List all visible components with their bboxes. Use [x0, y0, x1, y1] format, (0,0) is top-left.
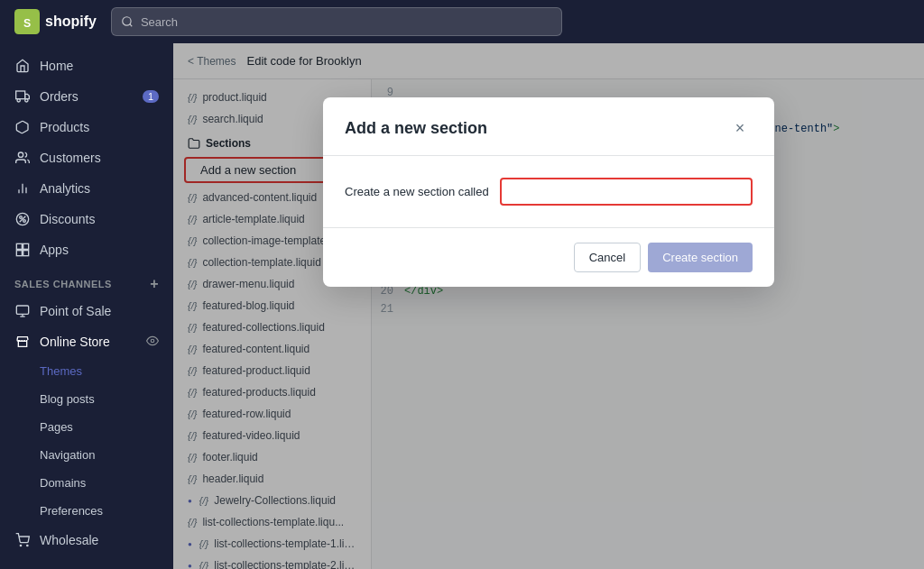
modal-form-label: Create a new section called: [345, 185, 489, 198]
svg-rect-15: [23, 243, 29, 249]
sidebar-sub-domains[interactable]: Domains: [0, 469, 173, 497]
sidebar-item-analytics[interactable]: Analytics: [0, 173, 173, 204]
pos-icon: [14, 303, 31, 319]
sidebar-item-label: Preferences: [40, 504, 103, 518]
sidebar-item-pos[interactable]: Point of Sale: [0, 296, 173, 326]
sidebar-item-wholesale[interactable]: Wholesale: [0, 525, 173, 555]
sidebar-item-label: Wholesale: [40, 533, 98, 547]
sidebar-item-customers[interactable]: Customers: [0, 142, 173, 173]
modal-header: Add a new section ×: [323, 97, 774, 156]
search-bar[interactable]: Search: [111, 7, 562, 36]
orders-icon: [14, 88, 31, 105]
sidebar-item-label: Domains: [40, 476, 86, 490]
cancel-button[interactable]: Cancel: [574, 243, 641, 272]
svg-point-7: [18, 152, 23, 157]
svg-rect-4: [16, 91, 25, 99]
modal-overlay: Add a new section × Create a new section…: [173, 43, 924, 569]
content-area: < Themes Edit code for Brooklyn {/} prod…: [173, 43, 924, 569]
sidebar-sub-pages[interactable]: Pages: [0, 413, 173, 441]
sidebar-item-label: Products: [40, 120, 89, 134]
svg-line-13: [20, 216, 26, 223]
sidebar-item-label: Themes: [40, 364, 82, 378]
search-icon: [121, 15, 134, 28]
create-section-button[interactable]: Create section: [648, 243, 753, 272]
sidebar-sub-blog-posts[interactable]: Blog posts: [0, 385, 173, 413]
analytics-icon: [14, 180, 31, 197]
sales-channels-header: SALES CHANNELS +: [0, 265, 173, 296]
sidebar-item-label: Point of Sale: [40, 304, 111, 318]
modal-close-button[interactable]: ×: [727, 115, 753, 141]
sidebar: Home Orders 1 Products Customers: [0, 43, 173, 569]
sidebar-item-discounts[interactable]: Discounts: [0, 204, 173, 234]
home-icon: [14, 58, 31, 74]
sidebar-item-label: Online Store: [40, 335, 110, 349]
sidebar-item-label: Blog posts: [40, 392, 95, 406]
svg-rect-14: [16, 243, 22, 249]
svg-rect-17: [23, 251, 29, 256]
svg-point-12: [23, 220, 26, 223]
sidebar-item-label: Home: [40, 59, 73, 73]
section-name-input[interactable]: [500, 178, 753, 206]
sidebar-item-label: Customers: [40, 151, 101, 165]
modal-form-row: Create a new section called: [345, 178, 753, 206]
orders-badge: 1: [143, 90, 159, 103]
svg-point-21: [151, 339, 154, 343]
eye-icon[interactable]: [146, 335, 159, 350]
modal-title: Add a new section: [345, 119, 487, 138]
shopify-icon: S: [14, 9, 40, 34]
discounts-icon: [14, 211, 31, 227]
svg-point-11: [20, 216, 23, 219]
sidebar-sub-themes[interactable]: Themes: [0, 357, 173, 385]
sidebar-item-products[interactable]: Products: [0, 112, 173, 142]
shopify-logo: S shopify: [14, 9, 97, 34]
sidebar-item-label: Discounts: [40, 212, 95, 226]
sidebar-item-label: Navigation: [40, 448, 95, 462]
customers-icon: [14, 150, 31, 166]
wholesale-icon: [14, 532, 31, 548]
svg-point-22: [20, 545, 21, 546]
svg-point-2: [123, 17, 131, 25]
sidebar-item-apps[interactable]: Apps: [0, 234, 173, 265]
svg-point-23: [27, 545, 28, 546]
store-icon: [14, 334, 31, 350]
sidebar-item-label: Orders: [40, 89, 79, 104]
svg-text:S: S: [23, 17, 31, 30]
shopify-text: shopify: [45, 14, 97, 30]
add-section-modal: Add a new section × Create a new section…: [323, 97, 774, 287]
products-icon: [14, 119, 31, 135]
search-placeholder: Search: [141, 15, 178, 29]
sidebar-item-label: Apps: [40, 243, 69, 257]
apps-icon: [14, 242, 31, 258]
modal-body: Create a new section called: [323, 156, 774, 227]
sidebar-item-home[interactable]: Home: [0, 50, 173, 81]
add-channel-icon[interactable]: +: [150, 276, 159, 292]
top-navigation: S shopify Search: [0, 0, 924, 43]
logo-area: S shopify: [14, 9, 97, 34]
svg-point-5: [17, 99, 20, 102]
svg-rect-16: [16, 251, 22, 256]
svg-point-6: [25, 99, 28, 102]
svg-rect-18: [16, 306, 28, 314]
sidebar-item-online-store[interactable]: Online Store: [0, 326, 173, 357]
svg-line-3: [130, 24, 133, 27]
sidebar-item-label: Analytics: [40, 181, 90, 196]
sidebar-sub-preferences[interactable]: Preferences: [0, 497, 173, 525]
modal-footer: Cancel Create section: [323, 227, 774, 287]
sidebar-sub-navigation[interactable]: Navigation: [0, 441, 173, 469]
sidebar-item-label: Pages: [40, 420, 73, 434]
sidebar-item-orders[interactable]: Orders 1: [0, 81, 173, 112]
